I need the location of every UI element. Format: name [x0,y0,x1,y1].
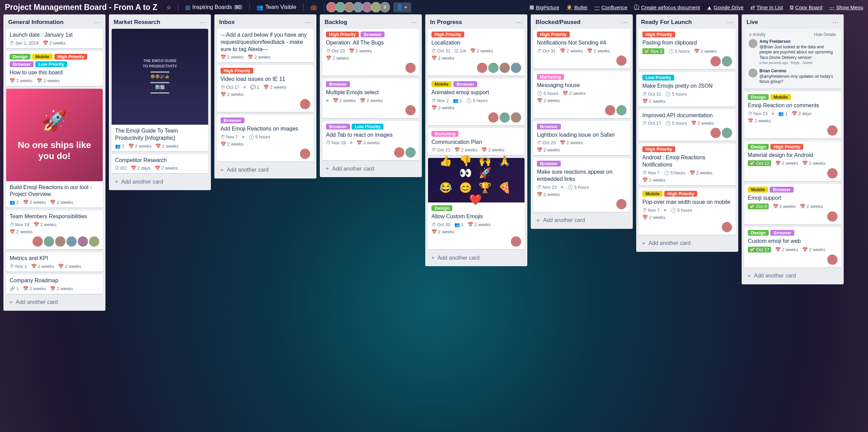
card[interactable]: High PriorityNotifications Not Sending #… [533,29,630,69]
add-card-button[interactable]: ＋Add another card [639,238,735,249]
card[interactable]: MobileBrowserAnimated emoji support⏱ Nov… [428,78,525,125]
label-marketing[interactable]: Marketing [431,131,458,137]
list-title[interactable]: In Progress [430,19,462,26]
label-mobile[interactable]: Mobile [770,94,791,100]
label-highpriority[interactable]: High Priority [537,32,570,37]
add-card-button[interactable]: ＋Add another card [428,252,525,263]
member-avatar[interactable] [488,63,499,73]
member-avatar[interactable] [710,56,721,66]
add-card-button[interactable]: ＋Add another card [112,176,208,187]
list-menu-button[interactable]: ⋯ [200,18,206,26]
card[interactable]: ---Add a card below if you have any requ… [217,29,314,62]
label-browser[interactable]: Browser [361,32,385,37]
card[interactable]: BrowserMultiple Emojis select≡📅 2 weeks📅… [323,78,419,118]
label-browser[interactable]: Browser [221,118,244,123]
member-avatar[interactable] [511,112,521,123]
label-design[interactable]: Design [10,54,30,60]
add-card-button[interactable]: ＋Add another card [323,163,419,174]
board-briefcase-icon[interactable]: 💼 [307,2,320,12]
card[interactable]: Company Roadmap🔗 1📅 2 weeks📅 2 weeks [6,274,103,294]
member-avatar[interactable] [300,99,310,109]
member-avatar[interactable] [405,147,416,158]
member-avatar[interactable] [722,222,732,232]
label-browser[interactable]: Browser [453,81,477,87]
member-avatar[interactable] [500,112,510,123]
member-avatar[interactable] [616,55,627,66]
member-avatar[interactable] [827,255,838,265]
powerup-copyboard[interactable]: ⧉Copy Board [790,4,822,10]
member-avatar[interactable] [405,63,416,73]
member-avatar[interactable] [300,149,310,159]
invite-button[interactable]: 👤＋ [393,2,411,12]
card[interactable]: High PriorityBrowserOperation: All The B… [323,29,419,76]
member-avatar[interactable] [394,147,404,158]
card[interactable]: BrowserMake sure reactions appear on emb… [533,158,630,212]
list-menu-button[interactable]: ⋯ [832,18,839,26]
card[interactable]: DesignBrowserCustom emoji for web✅ Oct 1… [744,227,841,268]
powerup-airfocus[interactable]: ⓘCreate airfocus document [634,4,700,11]
member-avatar[interactable] [477,63,487,73]
list-menu-button[interactable]: ⋯ [621,18,628,26]
hide-details[interactable]: Hide Details [814,32,836,37]
member-avatar[interactable] [605,105,615,115]
member-avatar[interactable] [616,105,627,115]
visibility-button[interactable]: 👥 Team Visible [253,2,300,12]
label-design[interactable]: Design [748,144,769,150]
member-avatar[interactable] [488,112,499,123]
label-highpriority[interactable]: High Priority [664,191,697,197]
add-card-button[interactable]: ＋Add another card [217,164,314,176]
member-avatar[interactable] [500,63,510,73]
member-avatar[interactable] [827,168,838,178]
card[interactable]: BrowserLow PriorityAdd Tab to react on i… [323,121,419,161]
member-avatar[interactable] [827,125,838,136]
card[interactable]: ≡ ActivityHide DetailsAmy Freiderson@Bri… [744,29,841,89]
label-browser[interactable]: Browser [326,124,350,129]
label-lowpriority[interactable]: Low Priority [642,75,674,81]
label-highpriority[interactable]: High Priority [642,146,675,152]
member-avatar[interactable] [511,63,521,73]
label-browser[interactable]: Browser [326,81,350,87]
card[interactable]: MarketingMessaging house🕐 5 hours📅 2 wee… [533,71,630,118]
label-highpriority[interactable]: High Priority [770,144,803,150]
label-marketing[interactable]: Marketing [537,74,564,80]
label-mobile[interactable]: Mobile [642,191,663,197]
member-avatar[interactable] [722,56,732,66]
card[interactable]: 🚀No one ships like you do!Build Emoji Re… [6,89,103,208]
show-menu-button[interactable]: ⋯Show Menu [829,4,863,10]
card[interactable]: High PriorityVideo load issues on IE 11⏱… [217,65,314,112]
card[interactable]: THE EMOJI GUIDETO PRODUCTIVITY▬▬▬▬▬😊😂🎉👍▬… [112,29,208,151]
avatar-count[interactable]: 8 [380,2,390,12]
add-card-button[interactable]: ＋Add another card [533,215,630,226]
card[interactable]: DesignHigh PriorityMaterial design for A… [744,141,841,182]
label-browser[interactable]: Browser [537,124,561,129]
list-menu-button[interactable]: ⋯ [305,18,312,26]
card[interactable]: High PriorityLocalization⏱ Oct 31☑ 1/4📅 … [428,29,525,76]
powerup-googledrive[interactable]: ▲Google Drive [707,4,743,10]
member-avatar[interactable] [44,236,54,247]
list-title[interactable]: Inbox [219,19,235,26]
powerup-timeinlist[interactable]: ⇄Time In List [751,4,783,10]
list-menu-button[interactable]: ⋯ [94,18,101,26]
label-lowpriority[interactable]: Low Priority [352,124,383,129]
add-card-button[interactable]: ＋Add another card [6,297,103,308]
label-browser[interactable]: Browser [770,230,794,236]
label-highpriority[interactable]: High Priority [54,54,87,60]
card[interactable]: Competitor Research☑ 0/2📅 2 days📅 2 week… [112,154,208,174]
label-design[interactable]: Design [748,230,769,236]
member-avatar[interactable] [405,105,416,115]
member-avatar[interactable] [722,128,732,138]
card[interactable]: MobileBrowserEmoji support✅ Oct 8📅 2 wee… [744,184,841,224]
card[interactable]: MobileHigh PriorityPop-over max width is… [639,188,735,235]
list-title[interactable]: Ready For Launch [641,19,692,26]
card[interactable]: High PriorityAndroid : Emoji Reactions N… [639,144,735,185]
list-title[interactable]: Live [746,19,758,26]
label-browser[interactable]: Browser [537,161,561,166]
card[interactable]: MarketingCommunication Plan⏱ Oct 23📅 2 w… [428,128,525,156]
card[interactable]: BrowserLightbox loading issue on Safari⏱… [533,121,630,156]
list-title[interactable]: Market Research [114,19,160,26]
label-mobile[interactable]: Mobile [748,187,768,193]
label-highpriority[interactable]: High Priority [642,32,675,37]
card[interactable]: High PriorityPasting from clipboard✅ Nov… [639,29,735,69]
card[interactable]: Improved API documentation⏱ Oct 17🕐 5 ho… [639,109,735,141]
powerup-bigpicture[interactable]: ▦BigPicture [529,4,559,10]
